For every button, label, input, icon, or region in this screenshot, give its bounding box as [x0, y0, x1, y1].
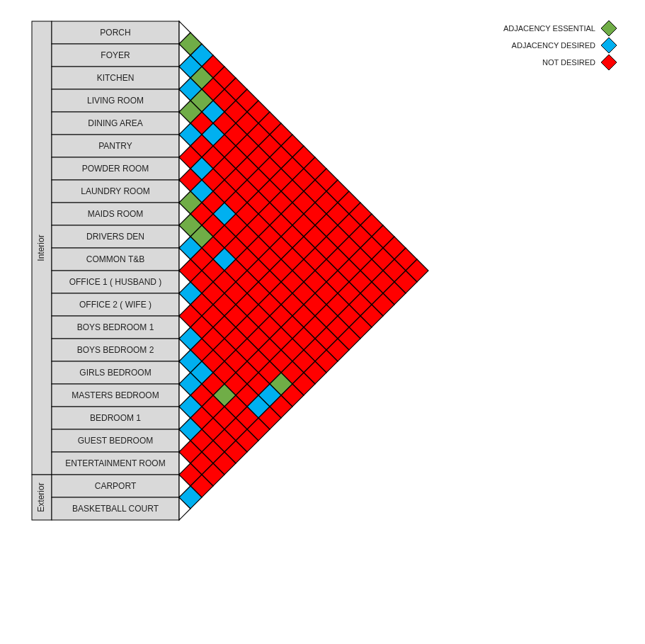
room-label: DRIVERS DEN [86, 232, 144, 242]
legend-not-label: NOT DESIRED [542, 58, 595, 67]
room-label: PORCH [100, 28, 130, 38]
room-label: ENTERTAINMENT ROOM [65, 458, 165, 468]
legend-essential-swatch [601, 21, 617, 36]
adjacency-cells [179, 21, 428, 520]
legend: ADJACENCY ESSENTIALADJACENCY DESIREDNOT … [503, 21, 617, 70]
legend-desired-swatch [601, 38, 617, 53]
legend-essential-label: ADJACENCY ESSENTIAL [503, 24, 595, 33]
room-label: MAIDS ROOM [88, 209, 144, 219]
room-table: InteriorExteriorPORCHFOYERKITCHENLIVING … [32, 21, 179, 520]
room-label: PANTRY [98, 141, 132, 151]
room-label: GIRLS BEDROOM [79, 368, 151, 378]
room-label: GUEST BEDROOM [78, 436, 153, 446]
room-label: OFFICE 2 ( WIFE ) [79, 300, 152, 310]
room-label: COMMON T&B [86, 254, 144, 264]
legend-not-swatch [601, 55, 617, 70]
room-label: CARPORT [95, 481, 137, 491]
room-label: BASKETBALL COURT [72, 504, 159, 514]
room-label: FOYER [101, 50, 130, 60]
category-label: Exterior [36, 482, 46, 512]
room-label: DINING AREA [88, 118, 142, 128]
category-label: Interior [36, 235, 46, 261]
room-label: BOYS BEDROOM 1 [77, 322, 154, 332]
room-label: LIVING ROOM [87, 96, 144, 106]
room-label: BEDROOM 1 [90, 413, 141, 423]
room-label: MASTERS BEDROOM [72, 390, 159, 400]
room-label: BOYS BEDROOM 2 [77, 345, 154, 355]
room-label: LAUNDRY ROOM [81, 186, 150, 196]
room-label: OFFICE 1 ( HUSBAND ) [69, 277, 162, 287]
room-label: POWDER ROOM [82, 164, 149, 174]
adjacency-matrix-diagram: InteriorExteriorPORCHFOYERKITCHENLIVING … [0, 0, 645, 644]
legend-desired-label: ADJACENCY DESIRED [512, 41, 595, 50]
room-label: KITCHEN [97, 73, 135, 83]
